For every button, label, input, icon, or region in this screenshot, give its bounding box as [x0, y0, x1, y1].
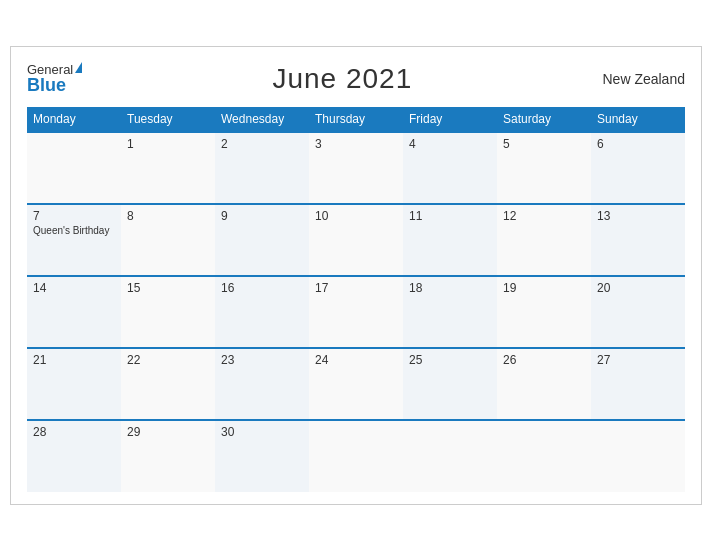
- day-number: 5: [503, 137, 585, 151]
- day-header-wednesday: Wednesday: [215, 107, 309, 132]
- calendar-cell: 10: [309, 204, 403, 276]
- calendar-cell: 2: [215, 132, 309, 204]
- day-number: 2: [221, 137, 303, 151]
- day-number: 10: [315, 209, 397, 223]
- day-number: 12: [503, 209, 585, 223]
- day-number: 27: [597, 353, 679, 367]
- calendar-cell: 7Queen's Birthday: [27, 204, 121, 276]
- calendar-grid: MondayTuesdayWednesdayThursdayFridaySatu…: [27, 107, 685, 492]
- day-header-sunday: Sunday: [591, 107, 685, 132]
- calendar-cell: 24: [309, 348, 403, 420]
- week-row-5: 282930: [27, 420, 685, 492]
- day-number: 13: [597, 209, 679, 223]
- day-header-thursday: Thursday: [309, 107, 403, 132]
- calendar-cell: [497, 420, 591, 492]
- day-number: 18: [409, 281, 491, 295]
- calendar-cell: 22: [121, 348, 215, 420]
- week-row-2: 7Queen's Birthday8910111213: [27, 204, 685, 276]
- calendar-cell: 21: [27, 348, 121, 420]
- calendar-cell: [309, 420, 403, 492]
- calendar-cell: 9: [215, 204, 309, 276]
- day-number: 26: [503, 353, 585, 367]
- day-number: 23: [221, 353, 303, 367]
- day-number: 16: [221, 281, 303, 295]
- calendar-cell: [403, 420, 497, 492]
- calendar-cell: 12: [497, 204, 591, 276]
- calendar-cell: 20: [591, 276, 685, 348]
- calendar-cell: [27, 132, 121, 204]
- calendar-region: New Zealand: [602, 71, 685, 87]
- day-number: 22: [127, 353, 209, 367]
- day-number: 28: [33, 425, 115, 439]
- day-header-tuesday: Tuesday: [121, 107, 215, 132]
- calendar-cell: 17: [309, 276, 403, 348]
- calendar-cell: 4: [403, 132, 497, 204]
- calendar-cell: 5: [497, 132, 591, 204]
- calendar-cell: 13: [591, 204, 685, 276]
- day-number: 6: [597, 137, 679, 151]
- day-number: 14: [33, 281, 115, 295]
- calendar-cell: 3: [309, 132, 403, 204]
- day-number: 20: [597, 281, 679, 295]
- day-number: 25: [409, 353, 491, 367]
- day-header-saturday: Saturday: [497, 107, 591, 132]
- calendar-cell: 11: [403, 204, 497, 276]
- calendar-title: June 2021: [272, 63, 412, 95]
- day-number: 17: [315, 281, 397, 295]
- week-row-1: 123456: [27, 132, 685, 204]
- day-number: 30: [221, 425, 303, 439]
- calendar-cell: 23: [215, 348, 309, 420]
- day-number: 4: [409, 137, 491, 151]
- calendar-cell: 18: [403, 276, 497, 348]
- logo-blue-text: Blue: [27, 76, 82, 94]
- calendar-cell: 15: [121, 276, 215, 348]
- day-number: 7: [33, 209, 115, 223]
- logo: General Blue: [27, 63, 82, 94]
- day-number: 19: [503, 281, 585, 295]
- day-number: 1: [127, 137, 209, 151]
- calendar-cell: 1: [121, 132, 215, 204]
- day-number: 15: [127, 281, 209, 295]
- calendar-cell: 29: [121, 420, 215, 492]
- day-number: 3: [315, 137, 397, 151]
- day-number: 8: [127, 209, 209, 223]
- calendar-cell: 6: [591, 132, 685, 204]
- calendar-cell: 28: [27, 420, 121, 492]
- day-number: 29: [127, 425, 209, 439]
- calendar-cell: 30: [215, 420, 309, 492]
- calendar-cell: 8: [121, 204, 215, 276]
- day-header-friday: Friday: [403, 107, 497, 132]
- day-number: 21: [33, 353, 115, 367]
- day-event: Queen's Birthday: [33, 225, 115, 236]
- calendar-cell: 27: [591, 348, 685, 420]
- calendar-cell: 14: [27, 276, 121, 348]
- day-number: 11: [409, 209, 491, 223]
- day-header-monday: Monday: [27, 107, 121, 132]
- calendar-header: General Blue June 2021 New Zealand: [27, 63, 685, 95]
- calendar-cell: 26: [497, 348, 591, 420]
- day-headers-row: MondayTuesdayWednesdayThursdayFridaySatu…: [27, 107, 685, 132]
- day-number: 24: [315, 353, 397, 367]
- calendar-cell: 16: [215, 276, 309, 348]
- week-row-4: 21222324252627: [27, 348, 685, 420]
- week-row-3: 14151617181920: [27, 276, 685, 348]
- calendar-container: General Blue June 2021 New Zealand Monda…: [10, 46, 702, 505]
- calendar-cell: 19: [497, 276, 591, 348]
- day-number: 9: [221, 209, 303, 223]
- calendar-cell: 25: [403, 348, 497, 420]
- calendar-cell: [591, 420, 685, 492]
